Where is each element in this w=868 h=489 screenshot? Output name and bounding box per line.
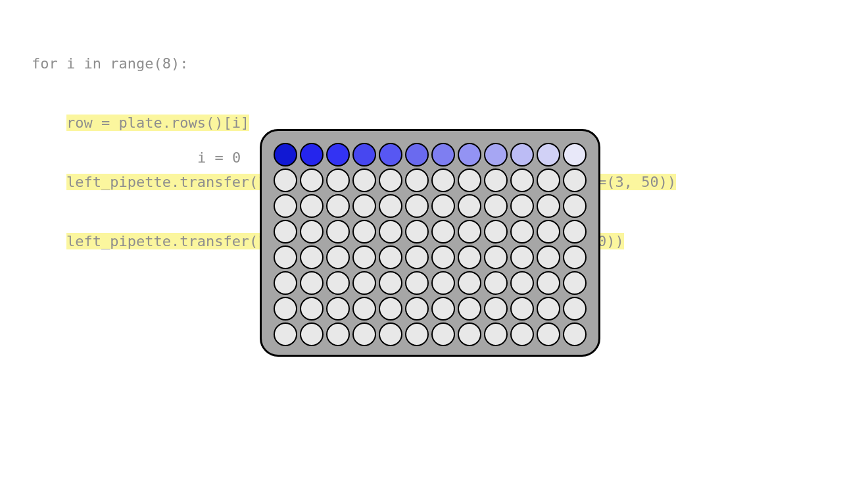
well [274, 271, 297, 295]
well [431, 297, 455, 321]
well [379, 245, 402, 269]
well [484, 143, 508, 167]
well [274, 194, 297, 218]
well [510, 245, 534, 269]
well [458, 143, 481, 167]
well [431, 220, 455, 244]
code-line-1: for i in range(8): [32, 54, 676, 74]
well [563, 220, 587, 244]
well [537, 271, 560, 295]
well [300, 220, 324, 244]
well [458, 220, 481, 244]
well [458, 245, 481, 269]
well [405, 297, 429, 321]
well [431, 143, 455, 167]
well [274, 143, 297, 167]
well [431, 168, 455, 192]
well [510, 168, 534, 192]
well [563, 271, 587, 295]
well [537, 245, 560, 269]
well [300, 168, 324, 192]
well [431, 271, 455, 295]
well [274, 297, 297, 321]
well [458, 297, 481, 321]
well [484, 322, 508, 346]
well [379, 168, 402, 192]
well-grid [272, 142, 588, 347]
well [458, 168, 481, 192]
well [405, 194, 429, 218]
well [326, 220, 350, 244]
well [379, 322, 402, 346]
well [379, 220, 402, 244]
well [352, 220, 376, 244]
well [537, 297, 560, 321]
well [300, 143, 324, 167]
well [326, 143, 350, 167]
well [537, 322, 560, 346]
well [510, 220, 534, 244]
well-plate-96 [260, 129, 600, 357]
well [379, 194, 402, 218]
well [563, 297, 587, 321]
well [484, 245, 508, 269]
well [274, 322, 297, 346]
well [510, 322, 534, 346]
well [431, 322, 455, 346]
well [274, 168, 297, 192]
well [300, 271, 324, 295]
well [379, 143, 402, 167]
well [352, 271, 376, 295]
well [352, 322, 376, 346]
well [352, 168, 376, 192]
well [405, 168, 429, 192]
well [458, 322, 481, 346]
well [484, 168, 508, 192]
well [537, 168, 560, 192]
well [274, 245, 297, 269]
well [405, 245, 429, 269]
iteration-label: i = 0 [197, 149, 241, 166]
well [458, 194, 481, 218]
well [563, 168, 587, 192]
well [431, 245, 455, 269]
well [352, 297, 376, 321]
well [510, 271, 534, 295]
plate-container [260, 129, 600, 357]
well [326, 245, 350, 269]
well [563, 194, 587, 218]
well [300, 297, 324, 321]
well [379, 271, 402, 295]
well [352, 245, 376, 269]
well [326, 297, 350, 321]
well [510, 297, 534, 321]
well [484, 271, 508, 295]
well [510, 194, 534, 218]
well [379, 297, 402, 321]
well [405, 143, 429, 167]
well [563, 245, 587, 269]
well [431, 194, 455, 218]
well [352, 194, 376, 218]
well [326, 271, 350, 295]
well [405, 271, 429, 295]
well [326, 194, 350, 218]
well [484, 297, 508, 321]
well [484, 194, 508, 218]
well [300, 322, 324, 346]
well [405, 220, 429, 244]
well [563, 143, 587, 167]
well [300, 245, 324, 269]
well [405, 322, 429, 346]
well [300, 194, 324, 218]
well [510, 143, 534, 167]
well [537, 220, 560, 244]
well [537, 143, 560, 167]
well [352, 143, 376, 167]
well [537, 194, 560, 218]
well [326, 168, 350, 192]
well [326, 322, 350, 346]
well [563, 322, 587, 346]
well [274, 220, 297, 244]
well [458, 271, 481, 295]
